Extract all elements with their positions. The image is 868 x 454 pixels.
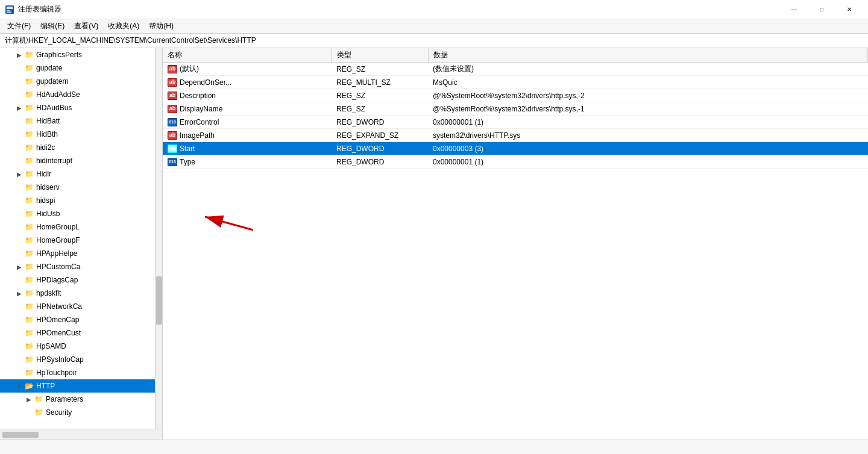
folder-icon: 📁 [24, 157, 34, 165]
menu-help[interactable]: 帮助(H) [144, 20, 178, 33]
folder-icon: 📁 [24, 223, 34, 231]
tree-item-hidserv[interactable]: 📁 hidserv [0, 181, 155, 194]
reg-name-cell: ab(默认) [163, 63, 332, 76]
tree-item-hidlr[interactable]: ▶ 📁 HidIr [0, 167, 155, 181]
tree-item-hidspi[interactable]: 📁 hidspi [0, 194, 155, 207]
reg-data-cell: MsQuic [428, 76, 868, 89]
tree-item-gupdatem[interactable]: 📁 gupdatem [0, 75, 155, 88]
tree-item-hpnetworkca[interactable]: 📁 HPNetworkCa [0, 300, 155, 313]
svg-rect-1 [7, 7, 13, 9]
tree-item-hpdiagscap[interactable]: 📁 HPDiagsCap [0, 273, 155, 287]
tree-item-hdaudaddse[interactable]: 📁 HdAudAddSe [0, 88, 155, 101]
tree-item-hidbatt[interactable]: 📁 HidBatt [0, 114, 155, 128]
tree-item-hidusb[interactable]: 📁 HidUsb [0, 207, 155, 220]
scrollbar-thumb[interactable] [156, 276, 162, 325]
table-row[interactable]: abImagePathREG_EXPAND_SZsystem32\drivers… [163, 129, 868, 142]
status-bar [0, 440, 868, 454]
expand-icon: ▶ [14, 105, 24, 111]
tree-item-hpomencap[interactable]: 📁 HPOmenCap [0, 313, 155, 326]
tree-label: HomeGroupL [36, 223, 80, 231]
table-row[interactable]: ab(默认)REG_SZ(数值未设置) [163, 63, 868, 76]
col-name: 名称 [163, 48, 332, 63]
tree-label: HpTouchpoir [36, 368, 77, 377]
title-bar: 注册表编辑器 — □ ✕ [0, 0, 868, 19]
reg-data-cell: 0x00000001 (1) [428, 155, 868, 169]
tree-label: Parameters [46, 395, 83, 403]
reg-name: DependOnSer... [180, 78, 231, 87]
tree-item-hpdskflt[interactable]: ▶ 📁 hpdskflt [0, 287, 155, 300]
folder-icon: 📁 [24, 196, 34, 205]
svg-rect-2 [7, 10, 10, 11]
tree-item-homegroupf[interactable]: 📁 HomeGroupF [0, 234, 155, 247]
tree-item-security[interactable]: 📁 Security [0, 406, 155, 419]
tree-vertical-scrollbar[interactable] [155, 48, 162, 429]
table-row[interactable]: 010ErrorControlREG_DWORD0x00000001 (1) [163, 116, 868, 129]
folder-icon: 📁 [24, 236, 34, 244]
menu-view[interactable]: 查看(V) [69, 20, 103, 33]
tree-label: hidserv [36, 183, 60, 191]
tree-item-hidinterrupt[interactable]: 📁 hidinterrupt [0, 154, 155, 167]
reg-name-cell: abDescription [163, 89, 332, 102]
folder-icon: 📁 [24, 249, 34, 258]
tree-item-homegroupl[interactable]: 📁 HomeGroupL [0, 220, 155, 234]
tree-item-hpsamd[interactable]: 📁 HpSAMD [0, 340, 155, 353]
table-row[interactable]: 010TypeREG_DWORD0x00000001 (1) [163, 155, 868, 169]
tree-item-graphicsperfs[interactable]: ▶ 📁 GraphicsPerfs [0, 48, 155, 61]
tree-item-hpapphelpe[interactable]: 📁 HPAppHelpe [0, 247, 155, 260]
table-row[interactable]: 010StartREG_DWORD0x00000003 (3) [163, 142, 868, 155]
tree-item-hpsysinfocap[interactable]: 📁 HPSysInfoCap [0, 353, 155, 366]
tree-label: HidBth [36, 130, 58, 138]
table-row[interactable]: abDisplayNameREG_SZ@%SystemRoot%\system3… [163, 102, 868, 116]
table-row[interactable]: abDescriptionREG_SZ@%SystemRoot%\system3… [163, 89, 868, 102]
col-type: 类型 [332, 48, 428, 63]
tree-item-hidi2c[interactable]: 📁 hidi2c [0, 141, 155, 154]
tree-item-hpcustomca[interactable]: ▶ 📁 HPCustomCa [0, 260, 155, 273]
reg-data-cell: 0x00000001 (1) [428, 116, 868, 129]
address-bar: 计算机\HKEY_LOCAL_MACHINE\SYSTEM\CurrentCon… [0, 34, 868, 48]
tree-label: HpSAMD [36, 342, 66, 350]
tree-content: ▶ 📁 GraphicsPerfs 📁 gupdate 📁 gupdatem 📁… [0, 48, 162, 429]
maximize-button[interactable]: □ [808, 0, 835, 19]
tree-item-http[interactable]: ▼ 📂 HTTP [0, 379, 155, 393]
reg-type-cell: REG_SZ [332, 63, 428, 76]
h-scrollbar-thumb[interactable] [2, 432, 39, 438]
tree-item-parameters[interactable]: ▶ 📁 Parameters [0, 393, 155, 406]
ab-icon: ab [168, 78, 177, 87]
reg-name: ImagePath [180, 131, 215, 140]
reg-type-cell: REG_SZ [332, 89, 428, 102]
tree-label: GraphicsPerfs [36, 51, 82, 59]
minimize-button[interactable]: — [780, 0, 808, 19]
folder-icon: 📁 [24, 183, 34, 191]
table-scroll[interactable]: 名称 类型 数据 ab(默认)REG_SZ(数值未设置)abDependOnSe… [163, 48, 868, 440]
folder-icon: 📁 [24, 342, 34, 350]
tree-horizontal-scrollbar[interactable] [0, 429, 162, 440]
tree-item-hidbth[interactable]: 📁 HidBth [0, 128, 155, 141]
ab-icon: ab [168, 131, 177, 140]
folder-icon: 📁 [24, 302, 34, 311]
tree-item-hptouchpoir[interactable]: 📁 HpTouchpoir [0, 366, 155, 379]
reg-type-cell: REG_DWORD [332, 155, 428, 169]
reg-data-cell: @%SystemRoot%\system32\drivers\http.sys,… [428, 89, 868, 102]
ab-icon: ab [168, 65, 177, 73]
reg-name-cell: abDependOnSer... [163, 76, 332, 89]
reg-name-cell: 010Start [163, 142, 332, 155]
tree-item-hdaudbus[interactable]: ▶ 📁 HDAudBus [0, 101, 155, 114]
table-row[interactable]: abDependOnSer...REG_MULTI_SZMsQuic [163, 76, 868, 89]
tree-label: Security [46, 408, 72, 417]
folder-icon: 📁 [24, 329, 34, 337]
reg-data-cell: (数值未设置) [428, 63, 868, 76]
folder-icon: 📁 [24, 64, 34, 72]
menu-favorites[interactable]: 收藏夹(A) [103, 20, 144, 33]
menu-edit[interactable]: 编辑(E) [36, 20, 69, 33]
menu-bar: 文件(F) 编辑(E) 查看(V) 收藏夹(A) 帮助(H) [0, 19, 868, 34]
expand-icon: ▶ [14, 171, 24, 178]
close-button[interactable]: ✕ [835, 0, 863, 19]
expand-icon: ▶ [14, 290, 24, 297]
tree-item-gupdate[interactable]: 📁 gupdate [0, 61, 155, 75]
ab-icon: ab [168, 92, 177, 100]
tree-item-hpomencust[interactable]: 📁 HPOmenCust [0, 326, 155, 340]
menu-file[interactable]: 文件(F) [2, 20, 36, 33]
folder-icon: 📁 [24, 368, 34, 377]
folder-icon: 📁 [24, 170, 34, 178]
tree-label: HPSysInfoCap [36, 355, 84, 364]
